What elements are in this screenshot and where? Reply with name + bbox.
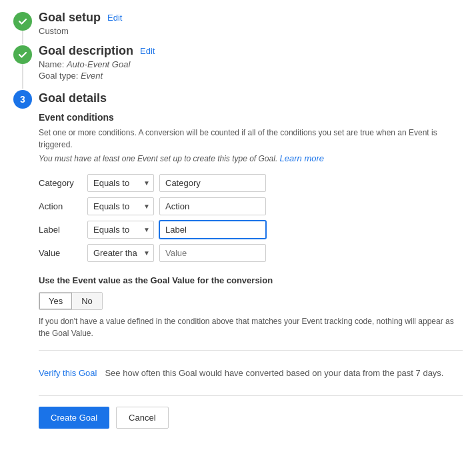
cancel-button[interactable]: Cancel [116,407,168,429]
event-value-section: Use the Event value as the Goal Value fo… [39,275,463,339]
condition-label-label: Label [39,225,82,235]
goal-details-step: 3 [13,90,32,109]
toggle-no-button[interactable]: No [72,293,102,309]
event-value-title: Use the Event value as the Goal Value fo… [39,275,463,285]
verify-section: Verify this Goal See how often this Goal… [39,361,463,385]
toggle-group: Yes No [39,292,103,310]
create-goal-button[interactable]: Create Goal [39,407,109,429]
condition-select-action[interactable]: Equals to Begins with Regular expression [87,197,154,215]
toggle-note: If you don't have a value defined in the… [39,315,463,339]
condition-select-wrapper-value: Greater than Less than Equals to ▼ [87,244,154,262]
goal-type-meta: Goal type: Event [39,71,463,81]
condition-select-value[interactable]: Greater than Less than Equals to [87,244,154,262]
condition-row-category: Category Equals to Begins with Regular e… [39,174,463,192]
condition-row-value: Value Greater than Less than Equals to ▼ [39,244,463,262]
condition-select-wrapper-label: Equals to Begins with Regular expression… [87,221,154,239]
goal-setup-edit-link[interactable]: Edit [107,13,122,23]
action-buttons: Create Goal Cancel [39,407,463,429]
goal-setup-subtitle: Custom [39,26,463,36]
condition-label-value: Value [39,248,82,258]
verify-desc: See how often this Goal would have conve… [105,368,443,378]
condition-input-action[interactable] [159,197,266,215]
event-conditions-title: Event conditions [39,112,463,123]
condition-label-action: Action [39,201,82,211]
condition-input-value[interactable] [159,244,266,262]
condition-input-label[interactable] [159,221,266,239]
condition-row-action: Action Equals to Begins with Regular exp… [39,197,463,215]
toggle-yes-button[interactable]: Yes [39,293,72,309]
goal-details-title: Goal details [39,91,107,105]
event-conditions-desc: Set one or more conditions. A conversion… [39,127,463,151]
divider-1 [39,350,463,351]
condition-select-category[interactable]: Equals to Begins with Regular expression [87,174,154,192]
goal-description-edit-link[interactable]: Edit [140,46,155,56]
condition-input-category[interactable] [159,174,266,192]
condition-label-category: Category [39,178,82,188]
goal-setup-icon [13,12,32,31]
conditions-table: Category Equals to Begins with Regular e… [39,174,463,262]
condition-select-wrapper-category: Equals to Begins with Regular expression… [87,174,154,192]
condition-row-label: Label Equals to Begins with Regular expr… [39,221,463,239]
condition-select-label[interactable]: Equals to Begins with Regular expression [87,221,154,239]
goal-setup-title: Goal setup [39,11,101,25]
verify-goal-link[interactable]: Verify this Goal [39,368,97,378]
condition-select-wrapper-action: Equals to Begins with Regular expression… [87,197,154,215]
learn-more-link[interactable]: Learn more [280,153,324,163]
event-conditions-italic-note: You must have at least one Event set up … [39,153,463,163]
goal-name-meta: Name: Auto-Event Goal [39,59,463,69]
goal-description-icon [13,45,32,64]
goal-description-title: Goal description [39,44,133,58]
divider-2 [39,395,463,396]
